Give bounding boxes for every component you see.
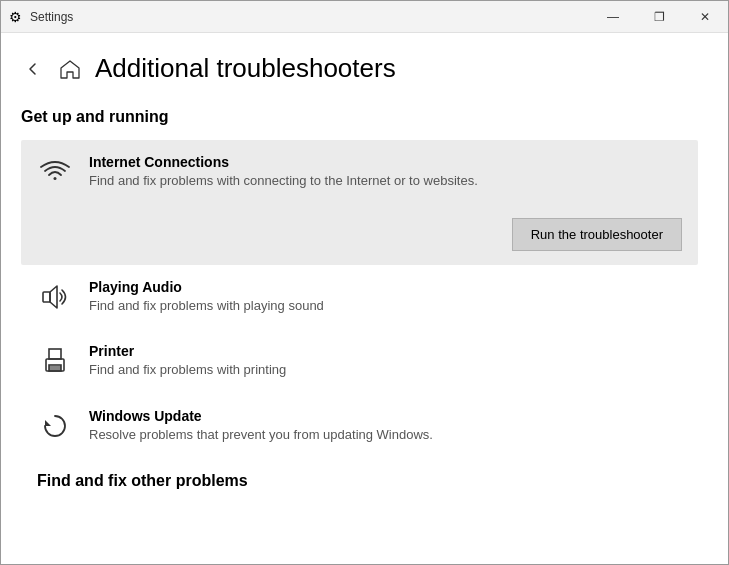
settings-gear-icon: ⚙ (9, 9, 22, 25)
troubleshooter-windows-update[interactable]: Windows Update Resolve problems that pre… (21, 394, 698, 458)
settings-window: ⚙ Settings — ❐ ✕ Additional troubleshoot… (0, 0, 729, 565)
troubleshooter-printer[interactable]: Printer Find and fix problems with print… (21, 329, 698, 393)
playing-audio-text: Playing Audio Find and fix problems with… (89, 279, 682, 315)
playing-audio-icon (37, 279, 73, 315)
minimize-button[interactable]: — (590, 1, 636, 33)
title-bar: ⚙ Settings — ❐ ✕ (1, 1, 728, 33)
windows-update-desc: Resolve problems that prevent you from u… (89, 426, 682, 444)
internet-connections-text: Internet Connections Find and fix proble… (89, 154, 682, 190)
close-button[interactable]: ✕ (682, 1, 728, 33)
troubleshooter-playing-audio[interactable]: Playing Audio Find and fix problems with… (21, 265, 698, 329)
windows-update-text: Windows Update Resolve problems that pre… (89, 408, 682, 444)
internet-connections-icon (37, 154, 73, 190)
internet-connections-name: Internet Connections (89, 154, 682, 170)
printer-text: Printer Find and fix problems with print… (89, 343, 682, 379)
run-troubleshooter-button[interactable]: Run the troubleshooter (512, 218, 682, 251)
back-button[interactable] (21, 57, 45, 81)
page-title: Additional troubleshooters (95, 53, 396, 84)
printer-name: Printer (89, 343, 682, 359)
back-arrow-icon (25, 61, 41, 77)
printer-icon (37, 343, 73, 379)
windows-update-name: Windows Update (89, 408, 682, 424)
playing-audio-name: Playing Audio (89, 279, 682, 295)
internet-connections-header: Internet Connections Find and fix proble… (37, 154, 682, 190)
svg-marker-6 (45, 420, 51, 426)
troubleshooter-internet-connections[interactable]: Internet Connections Find and fix proble… (21, 140, 698, 265)
window-title: Settings (30, 10, 73, 24)
windows-update-icon (37, 408, 73, 444)
page-header: Additional troubleshooters (21, 53, 698, 84)
find-fix-title-text: Find and fix other problems (37, 472, 248, 489)
printer-desc: Find and fix problems with printing (89, 361, 682, 379)
find-fix-section-title: Find and fix other problems (21, 458, 698, 494)
title-bar-left: ⚙ Settings (9, 9, 73, 25)
maximize-button[interactable]: ❐ (636, 1, 682, 33)
svg-rect-2 (49, 349, 61, 359)
svg-rect-0 (43, 292, 50, 302)
svg-rect-3 (49, 365, 61, 371)
home-icon (59, 58, 81, 80)
section-title-get-up-running: Get up and running (21, 108, 698, 126)
internet-connections-desc: Find and fix problems with connecting to… (89, 172, 682, 190)
main-content: Additional troubleshooters Get up and ru… (1, 33, 728, 564)
title-bar-controls: — ❐ ✕ (590, 1, 728, 33)
playing-audio-desc: Find and fix problems with playing sound (89, 297, 682, 315)
